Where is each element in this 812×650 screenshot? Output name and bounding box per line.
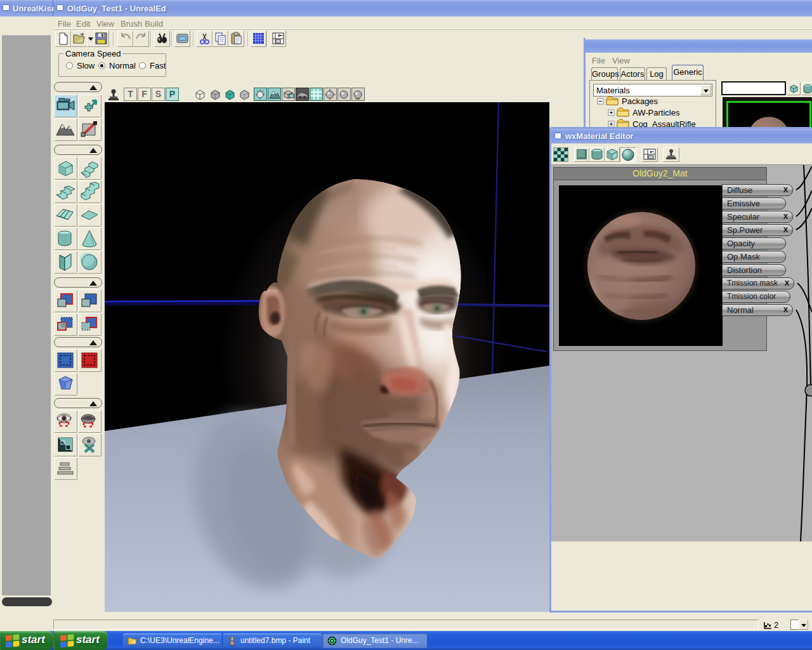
svg-text:Packages: Packages [622, 96, 658, 106]
svg-text:AW-Particles: AW-Particles [632, 108, 680, 117]
